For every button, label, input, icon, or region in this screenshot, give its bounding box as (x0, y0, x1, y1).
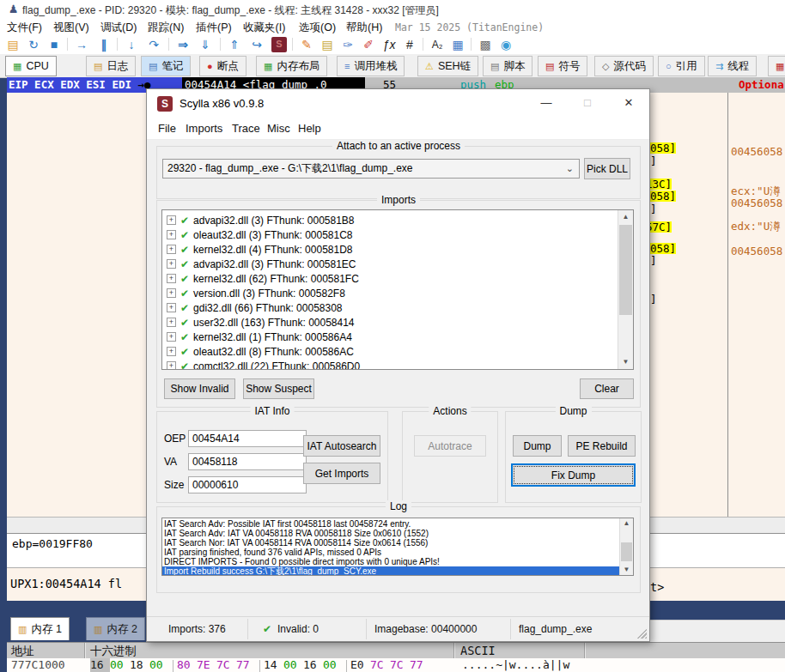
menu-trace[interactable]: 跟踪(N) (148, 21, 184, 35)
import-item[interactable]: +✔user32.dll (163) FThunk: 00058414 (162, 315, 633, 330)
font-size-icon[interactable]: A₂ (429, 37, 445, 52)
import-item[interactable]: +✔advapi32.dll (3) FThunk: 000581EC (162, 257, 633, 271)
expand-icon[interactable]: + (167, 318, 176, 327)
expand-icon[interactable]: + (167, 347, 176, 356)
expand-icon[interactable]: + (167, 215, 176, 225)
dump-tab-2[interactable]: ▥ 内存 2 (86, 617, 145, 640)
scylla-menu-trace[interactable]: Trace (232, 122, 260, 135)
show-invalid-button[interactable]: Show Invalid (164, 378, 235, 399)
log-line[interactable]: IAT Search Adv: IAT VA 00458118 RVA 0005… (162, 529, 619, 538)
step-out-icon[interactable]: ⇑ (227, 37, 242, 52)
tab-notes[interactable]: ▤笔记 (141, 56, 191, 76)
tab-memory-map[interactable]: ▦内存布局 (256, 56, 327, 76)
favourites-icon[interactable]: ▤ (319, 37, 335, 52)
expand-icon[interactable]: + (167, 361, 176, 370)
dump-tab-1[interactable]: ▥ 内存 1 (10, 617, 70, 640)
trace-highlight-icon[interactable]: ✐ (361, 37, 376, 52)
import-item[interactable]: +✔kernel32.dll (62) FThunk: 000581FC (162, 271, 633, 286)
log-line[interactable]: IAT Search Adv: Possible IAT first 00458… (162, 519, 619, 529)
get-imports-button[interactable]: Get Imports (303, 463, 380, 484)
expand-icon[interactable]: + (167, 274, 176, 283)
tab-cpu[interactable]: ▦CPU (5, 56, 57, 76)
import-item[interactable]: +✔kernel32.dll (1) FThunk: 000586A4 (162, 330, 633, 344)
execute-till-return-icon[interactable]: ⇒ (175, 37, 191, 52)
hash-icon[interactable]: # (402, 37, 417, 52)
close-button[interactable]: ✕ (614, 93, 643, 113)
step-into-icon[interactable]: ↓ (124, 37, 139, 52)
scylla-menu-imports[interactable]: Imports (186, 122, 222, 135)
expand-icon[interactable]: + (167, 303, 176, 312)
scroll-up-icon[interactable]: ▲ (620, 518, 633, 529)
log-list[interactable]: IAT Search Adv: Possible IAT first 00458… (161, 518, 634, 576)
expand-icon[interactable]: + (167, 245, 176, 254)
pick-dll-button[interactable]: Pick DLL (584, 158, 630, 179)
open-folder-icon[interactable]: ▤ (5, 37, 21, 52)
menu-options[interactable]: 选项(O) (299, 21, 336, 35)
scrollbar-thumb[interactable] (621, 542, 632, 561)
pause-icon[interactable]: ∥ (96, 37, 112, 52)
menu-favourites[interactable]: 收藏夹(I) (243, 21, 285, 35)
tab-threads[interactable]: ⇉线程 (708, 56, 757, 76)
expand-icon[interactable]: + (167, 288, 176, 298)
menu-file[interactable]: 文件(F) (7, 21, 42, 35)
attach-icon[interactable]: ↪ (249, 37, 265, 52)
dump-row[interactable]: 777C1000 16001800807E7C7714001600E07C7C7… (7, 658, 785, 672)
scylla-plugin-icon[interactable]: S (271, 37, 287, 52)
log-line-selected[interactable]: Import Rebuild success G:\下载2\1\flag_dum… (162, 566, 619, 576)
menu-help[interactable]: 帮助(H) (346, 21, 382, 35)
expand-icon[interactable]: + (167, 259, 176, 269)
imports-scrollbar[interactable]: ▲ ▼ (618, 210, 633, 369)
tab-script[interactable]: ▤脚本 (483, 56, 532, 76)
stop-icon[interactable]: ■ (46, 37, 62, 52)
maximize-button[interactable]: □ (573, 93, 602, 113)
tab-handles[interactable]: ▦ (768, 56, 785, 76)
patch-icon[interactable]: ✎ (299, 37, 314, 52)
tab-references[interactable]: ○引用 (658, 56, 705, 76)
import-item[interactable]: +✔oleaut32.dll (8) FThunk: 000586AC (162, 344, 633, 359)
globe-icon[interactable]: ◉ (498, 37, 514, 52)
scroll-up-icon[interactable]: ▲ (618, 210, 633, 224)
step-over-icon[interactable]: ↷ (146, 37, 161, 52)
menu-plugins[interactable]: 插件(P) (196, 21, 232, 35)
log-line[interactable]: IAT parsing finished, found 376 valid AP… (162, 548, 619, 557)
import-item[interactable]: +✔comctl32.dll (22) FThunk: 000586D0 (162, 359, 633, 370)
import-item[interactable]: +✔kernel32.dll (4) FThunk: 000581D8 (162, 242, 633, 257)
calculator-icon[interactable]: ▩ (478, 37, 493, 52)
oep-field[interactable]: 00454A14 (188, 430, 307, 447)
scroll-down-icon[interactable]: ▼ (620, 565, 633, 575)
dump-hscrollbar[interactable] (650, 620, 785, 642)
tab-log[interactable]: ▤日志 (86, 56, 136, 76)
scylla-titlebar[interactable]: S Scylla x86 v0.9.8 — □ ✕ (147, 89, 649, 118)
log-line[interactable]: DIRECT IMPORTS - Found 0 possible direct… (162, 557, 619, 566)
menu-debug[interactable]: 调试(D) (100, 21, 137, 35)
restart-icon[interactable]: ↻ (26, 37, 41, 52)
log-line[interactable]: IAT Search Nor: IAT VA 00458114 RVA 0005… (162, 538, 619, 548)
tab-breakpoints[interactable]: ●断点 (199, 56, 246, 76)
size-field[interactable]: 00000610 (188, 476, 307, 493)
scroll-down-icon[interactable]: ▼ (618, 355, 633, 369)
scrollbar-thumb[interactable] (619, 225, 632, 315)
tab-source[interactable]: ◇源代码 (594, 56, 654, 76)
run-icon[interactable]: → (74, 37, 89, 52)
imports-tree[interactable]: +✔advapi32.dll (3) FThunk: 000581B8 +✔ol… (161, 209, 634, 370)
expand-icon[interactable]: + (167, 230, 176, 239)
resize-grip[interactable] (636, 628, 647, 639)
tab-symbols[interactable]: ▤符号 (538, 56, 587, 76)
show-suspect-button[interactable]: Show Suspect (243, 378, 314, 399)
tab-seh-chain[interactable]: ⚠SEH链 (417, 56, 478, 76)
process-combobox[interactable]: 29320 - flag_dump_.exe - G:\下载2\1\flag_d… (162, 159, 580, 179)
fix-dump-button[interactable]: Fix Dump (511, 463, 636, 487)
dump-button[interactable]: Dump (513, 435, 562, 457)
import-item[interactable]: +✔gdi32.dll (66) FThunk: 00058308 (162, 300, 633, 315)
iat-autosearch-button[interactable]: IAT Autosearch (303, 435, 380, 457)
tags-icon[interactable]: ✑ (340, 37, 356, 52)
expand-icon[interactable]: + (167, 332, 176, 342)
clear-button[interactable]: Clear (580, 378, 634, 399)
computer-icon[interactable]: ▦ (450, 37, 466, 52)
menu-view[interactable]: 视图(V) (53, 21, 89, 35)
tab-call-stack[interactable]: ≡调用堆栈 (337, 56, 405, 76)
va-field[interactable]: 00458118 (188, 453, 307, 470)
import-item[interactable]: +✔version.dll (3) FThunk: 000582F8 (162, 286, 633, 300)
scylla-menu-misc[interactable]: Misc (267, 122, 290, 135)
minimize-button[interactable]: — (532, 93, 561, 113)
